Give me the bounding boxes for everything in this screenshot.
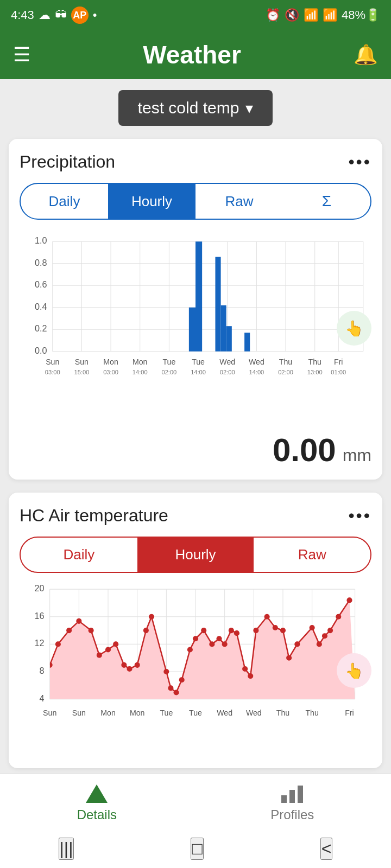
svg-point-104 [273, 625, 278, 630]
svg-point-83 [121, 662, 127, 668]
svg-point-113 [346, 597, 352, 603]
svg-point-100 [242, 666, 248, 672]
svg-rect-24 [189, 308, 195, 352]
tab-precipitation-daily[interactable]: Daily [21, 184, 108, 219]
svg-text:Thu: Thu [276, 709, 289, 717]
details-label: Details [77, 807, 117, 822]
svg-text:16: 16 [35, 611, 45, 621]
recent-apps-button[interactable]: ||| [59, 838, 74, 860]
status-left: 4:43 ☁ 🕶 AP • [11, 7, 97, 24]
svg-point-96 [216, 636, 222, 641]
precipitation-tabs: Daily Hourly Raw Σ [20, 183, 371, 220]
svg-rect-26 [215, 257, 220, 352]
svg-point-76 [55, 641, 61, 647]
wifi-icon: 📶 [304, 8, 318, 22]
svg-point-90 [174, 690, 179, 695]
temperature-title: HC Air temperature [20, 506, 168, 526]
svg-text:Tue: Tue [189, 709, 202, 717]
svg-text:12: 12 [35, 638, 45, 648]
dot-indicator: • [93, 8, 97, 22]
svg-text:14:00: 14:00 [133, 369, 148, 375]
svg-text:Tue: Tue [160, 709, 173, 717]
back-button[interactable]: < [320, 838, 333, 860]
hand-pointer-icon: 👆 [345, 320, 364, 337]
svg-point-101 [248, 673, 253, 679]
svg-point-110 [322, 633, 327, 639]
temperature-chart-scroll-button[interactable]: 👆 [337, 653, 371, 688]
status-right: ⏰ 🔇 📶 📶 48%🔋 [266, 8, 380, 22]
svg-rect-29 [244, 333, 250, 351]
precipitation-number: 0.00 [273, 431, 336, 469]
svg-rect-127 [281, 795, 287, 803]
svg-point-91 [179, 677, 185, 682]
svg-text:0.8: 0.8 [35, 258, 47, 267]
home-button[interactable]: □ [191, 838, 203, 860]
nav-profiles[interactable]: Profiles [270, 782, 314, 822]
svg-text:Mon: Mon [130, 709, 145, 717]
svg-text:Tue: Tue [162, 358, 175, 366]
profile-selector: test cold temp ▾ [9, 90, 382, 126]
menu-button[interactable]: ☰ [13, 43, 30, 66]
precipitation-more-button[interactable]: ••• [348, 152, 371, 172]
svg-rect-128 [289, 790, 295, 803]
precipitation-card: Precipitation ••• Daily Hourly Raw Σ [9, 139, 382, 480]
svg-text:0.0: 0.0 [35, 346, 47, 355]
temperature-chart-container: 20 16 12 8 4 [20, 584, 371, 757]
svg-text:Tue: Tue [192, 358, 205, 366]
tab-precipitation-sigma[interactable]: Σ [283, 184, 370, 219]
svg-text:13:00: 13:00 [307, 369, 323, 375]
svg-point-87 [149, 614, 154, 620]
tab-temperature-hourly[interactable]: Hourly [137, 538, 254, 572]
svg-text:14:00: 14:00 [191, 369, 206, 375]
svg-rect-129 [298, 786, 303, 803]
svg-text:Wed: Wed [246, 709, 262, 717]
svg-text:0.6: 0.6 [35, 279, 47, 289]
precipitation-chart-scroll-button[interactable]: 👆 [337, 311, 371, 346]
precipitation-chart: 1.0 0.8 0.6 0.4 0.2 0.0 [20, 231, 371, 395]
tab-temperature-raw[interactable]: Raw [254, 538, 370, 572]
svg-point-86 [143, 628, 149, 633]
svg-text:14:00: 14:00 [249, 369, 264, 375]
notification-bell-button[interactable]: 🔔 [354, 43, 378, 66]
svg-text:Sun: Sun [75, 358, 89, 366]
header-title: Weather [143, 40, 241, 69]
profile-dropdown-button[interactable]: test cold temp ▾ [118, 90, 273, 126]
svg-text:03:00: 03:00 [103, 369, 118, 375]
svg-marker-74 [50, 600, 355, 699]
svg-text:02:00: 02:00 [220, 369, 235, 375]
svg-rect-28 [226, 326, 232, 352]
svg-text:Wed: Wed [217, 709, 232, 717]
ap-badge: AP [71, 7, 89, 24]
svg-text:Sun: Sun [43, 709, 56, 717]
tab-temperature-daily[interactable]: Daily [21, 538, 137, 572]
svg-point-108 [310, 625, 315, 630]
cloud-icon: ☁ [39, 8, 51, 22]
time-display: 4:43 [11, 8, 34, 22]
svg-text:1.0: 1.0 [35, 235, 47, 245]
profiles-icon [279, 782, 305, 804]
svg-point-79 [89, 628, 94, 633]
nav-details[interactable]: Details [77, 782, 117, 822]
svg-point-82 [113, 641, 118, 647]
svg-point-75 [47, 662, 53, 668]
svg-point-112 [336, 614, 341, 620]
svg-text:0.4: 0.4 [35, 302, 47, 311]
tab-precipitation-hourly[interactable]: Hourly [108, 184, 195, 219]
svg-point-103 [264, 614, 270, 620]
svg-text:Sun: Sun [72, 709, 86, 717]
profile-label: test cold temp [138, 99, 239, 117]
hand-pointer-icon-temp: 👆 [345, 662, 364, 680]
svg-point-102 [253, 628, 258, 633]
svg-text:Fri: Fri [345, 709, 354, 717]
temperature-tabs: Daily Hourly Raw [20, 537, 371, 573]
precipitation-card-header: Precipitation ••• [20, 152, 371, 172]
tab-precipitation-raw[interactable]: Raw [195, 184, 283, 219]
svg-point-94 [201, 628, 206, 633]
temperature-more-button[interactable]: ••• [348, 506, 371, 526]
svg-point-99 [234, 630, 239, 636]
svg-point-80 [97, 653, 102, 658]
profiles-label: Profiles [270, 807, 314, 822]
bottom-navigation: Details Profiles [0, 773, 391, 829]
temperature-card: HC Air temperature ••• Daily Hourly Raw [9, 493, 382, 768]
app-header: ☰ Weather 🔔 [0, 30, 391, 79]
